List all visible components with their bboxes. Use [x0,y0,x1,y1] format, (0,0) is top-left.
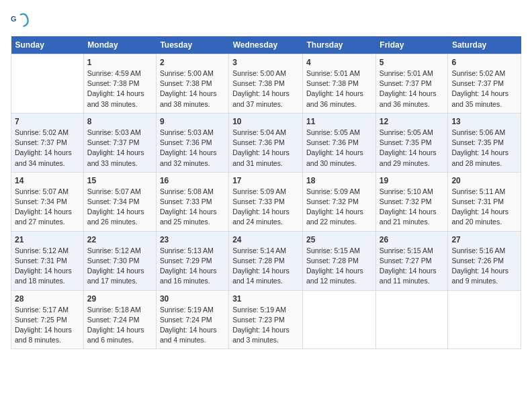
calendar-cell: 26Sunrise: 5:15 AM Sunset: 7:27 PM Dayli… [375,231,448,290]
svg-text:G: G [11,15,16,23]
day-info: Sunrise: 5:18 AM Sunset: 7:24 PM Dayligh… [87,305,152,346]
column-header-monday: Monday [83,36,156,54]
day-info: Sunrise: 4:59 AM Sunset: 7:38 PM Dayligh… [87,68,152,109]
day-info: Sunrise: 5:15 AM Sunset: 7:27 PM Dayligh… [380,246,445,287]
day-number: 6 [451,58,517,67]
calendar-cell: 19Sunrise: 5:10 AM Sunset: 7:32 PM Dayli… [375,172,448,231]
calendar-cell: 17Sunrise: 5:09 AM Sunset: 7:33 PM Dayli… [229,172,303,231]
day-number: 27 [451,235,517,244]
calendar-cell: 24Sunrise: 5:14 AM Sunset: 7:28 PM Dayli… [229,231,303,290]
day-number: 5 [380,58,445,67]
day-number: 12 [380,117,445,126]
day-info: Sunrise: 5:15 AM Sunset: 7:28 PM Dayligh… [306,246,372,287]
calendar-cell: 22Sunrise: 5:12 AM Sunset: 7:30 PM Dayli… [83,231,156,290]
calendar-cell: 23Sunrise: 5:13 AM Sunset: 7:29 PM Dayli… [156,231,228,290]
day-info: Sunrise: 5:00 AM Sunset: 7:38 PM Dayligh… [232,68,299,109]
day-info: Sunrise: 5:07 AM Sunset: 7:34 PM Dayligh… [15,187,80,228]
day-number: 24 [232,235,299,244]
week-row-4: 21Sunrise: 5:12 AM Sunset: 7:31 PM Dayli… [11,231,521,290]
calendar-cell [375,290,448,349]
day-info: Sunrise: 5:17 AM Sunset: 7:25 PM Dayligh… [15,305,80,346]
day-number: 9 [160,117,225,126]
calendar-cell: 20Sunrise: 5:11 AM Sunset: 7:31 PM Dayli… [448,172,521,231]
calendar-cell: 5Sunrise: 5:01 AM Sunset: 7:37 PM Daylig… [375,54,448,113]
day-info: Sunrise: 5:02 AM Sunset: 7:37 PM Dayligh… [451,68,517,109]
day-info: Sunrise: 5:10 AM Sunset: 7:32 PM Dayligh… [380,187,445,228]
day-number: 1 [87,58,152,67]
day-info: Sunrise: 5:05 AM Sunset: 7:36 PM Dayligh… [306,128,372,169]
day-number: 29 [87,294,152,304]
day-info: Sunrise: 5:11 AM Sunset: 7:31 PM Dayligh… [451,187,517,228]
calendar-cell: 4Sunrise: 5:01 AM Sunset: 7:38 PM Daylig… [303,54,376,113]
day-number: 7 [15,117,80,126]
day-number: 23 [160,235,225,244]
day-number: 2 [160,58,225,67]
calendar-cell: 16Sunrise: 5:08 AM Sunset: 7:33 PM Dayli… [156,172,228,231]
day-info: Sunrise: 5:01 AM Sunset: 7:38 PM Dayligh… [306,68,372,109]
day-number: 28 [15,294,80,304]
day-info: Sunrise: 5:19 AM Sunset: 7:23 PM Dayligh… [232,305,299,346]
calendar-cell: 31Sunrise: 5:19 AM Sunset: 7:23 PM Dayli… [229,290,303,349]
calendar-cell: 25Sunrise: 5:15 AM Sunset: 7:28 PM Dayli… [303,231,376,290]
page-header: G [11,11,521,30]
calendar-cell [303,290,376,349]
calendar-cell: 9Sunrise: 5:03 AM Sunset: 7:36 PM Daylig… [156,113,228,172]
day-info: Sunrise: 5:05 AM Sunset: 7:35 PM Dayligh… [380,128,445,169]
calendar-header-row: SundayMondayTuesdayWednesdayThursdayFrid… [11,36,521,54]
day-number: 20 [451,176,517,185]
calendar-cell: 10Sunrise: 5:04 AM Sunset: 7:36 PM Dayli… [229,113,303,172]
logo: G [11,11,32,30]
day-number: 30 [160,294,225,304]
day-number: 31 [232,294,299,304]
calendar-cell: 18Sunrise: 5:09 AM Sunset: 7:32 PM Dayli… [303,172,376,231]
calendar-cell: 27Sunrise: 5:16 AM Sunset: 7:26 PM Dayli… [448,231,521,290]
day-number: 21 [15,235,80,244]
day-info: Sunrise: 5:06 AM Sunset: 7:35 PM Dayligh… [451,128,517,169]
calendar-cell: 15Sunrise: 5:07 AM Sunset: 7:34 PM Dayli… [83,172,156,231]
day-info: Sunrise: 5:03 AM Sunset: 7:37 PM Dayligh… [87,128,152,169]
day-info: Sunrise: 5:13 AM Sunset: 7:29 PM Dayligh… [160,246,225,287]
calendar-cell: 30Sunrise: 5:19 AM Sunset: 7:24 PM Dayli… [156,290,228,349]
column-header-thursday: Thursday [303,36,376,54]
day-number: 14 [15,176,80,185]
day-number: 15 [87,176,152,185]
column-header-friday: Friday [375,36,448,54]
day-info: Sunrise: 5:19 AM Sunset: 7:24 PM Dayligh… [160,305,225,346]
calendar-cell: 14Sunrise: 5:07 AM Sunset: 7:34 PM Dayli… [11,172,84,231]
calendar-cell: 21Sunrise: 5:12 AM Sunset: 7:31 PM Dayli… [11,231,84,290]
day-number: 18 [306,176,372,185]
day-number: 26 [380,235,445,244]
day-number: 13 [451,117,517,126]
day-info: Sunrise: 5:02 AM Sunset: 7:37 PM Dayligh… [15,128,80,169]
calendar-cell: 8Sunrise: 5:03 AM Sunset: 7:37 PM Daylig… [83,113,156,172]
calendar-cell: 2Sunrise: 5:00 AM Sunset: 7:38 PM Daylig… [156,54,228,113]
calendar-cell: 29Sunrise: 5:18 AM Sunset: 7:24 PM Dayli… [83,290,156,349]
column-header-wednesday: Wednesday [229,36,303,54]
day-info: Sunrise: 5:01 AM Sunset: 7:37 PM Dayligh… [380,68,445,109]
day-info: Sunrise: 5:08 AM Sunset: 7:33 PM Dayligh… [160,187,225,228]
calendar-table: SundayMondayTuesdayWednesdayThursdayFrid… [11,36,521,349]
calendar-cell: 11Sunrise: 5:05 AM Sunset: 7:36 PM Dayli… [303,113,376,172]
calendar-cell: 13Sunrise: 5:06 AM Sunset: 7:35 PM Dayli… [448,113,521,172]
calendar-cell: 3Sunrise: 5:00 AM Sunset: 7:38 PM Daylig… [229,54,303,113]
day-number: 3 [232,58,299,67]
day-number: 11 [306,117,372,126]
day-number: 22 [87,235,152,244]
week-row-3: 14Sunrise: 5:07 AM Sunset: 7:34 PM Dayli… [11,172,521,231]
calendar-cell [11,54,84,113]
day-info: Sunrise: 5:14 AM Sunset: 7:28 PM Dayligh… [232,246,299,287]
week-row-1: 1Sunrise: 4:59 AM Sunset: 7:38 PM Daylig… [11,54,521,113]
day-number: 17 [232,176,299,185]
day-info: Sunrise: 5:00 AM Sunset: 7:38 PM Dayligh… [160,68,225,109]
calendar-cell: 6Sunrise: 5:02 AM Sunset: 7:37 PM Daylig… [448,54,521,113]
day-number: 8 [87,117,152,126]
day-number: 25 [306,235,372,244]
day-info: Sunrise: 5:12 AM Sunset: 7:30 PM Dayligh… [87,246,152,287]
calendar-cell: 1Sunrise: 4:59 AM Sunset: 7:38 PM Daylig… [83,54,156,113]
day-info: Sunrise: 5:09 AM Sunset: 7:33 PM Dayligh… [232,187,299,228]
day-info: Sunrise: 5:03 AM Sunset: 7:36 PM Dayligh… [160,128,225,169]
calendar-cell: 12Sunrise: 5:05 AM Sunset: 7:35 PM Dayli… [375,113,448,172]
calendar-cell [448,290,521,349]
logo-icon: G [11,11,30,30]
day-info: Sunrise: 5:04 AM Sunset: 7:36 PM Dayligh… [232,128,299,169]
